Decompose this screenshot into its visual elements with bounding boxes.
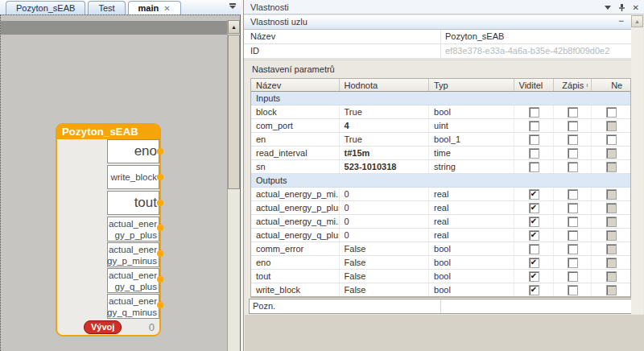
output-pin-actual_energy_p_plus[interactable]: actual_ener gy_p_plus [107, 217, 159, 242]
param-row-actual_energy_p_plus[interactable]: actual_energy_p_plus0real✔ [251, 201, 630, 215]
param-row-en[interactable]: enTruebool_1 [251, 133, 630, 147]
tab-overflow-icon[interactable] [229, 3, 237, 10]
zapis-checkbox[interactable] [568, 134, 578, 145]
pin-connector-dot[interactable] [157, 174, 163, 180]
zapis-checkbox[interactable] [568, 189, 578, 200]
column-header-ne[interactable]: Ne [592, 79, 630, 91]
pin-connector-dot[interactable] [157, 148, 163, 155]
ne-checkbox[interactable] [606, 189, 617, 200]
param-row-com_port[interactable]: com_port4uint [251, 119, 630, 133]
column-header-viditel[interactable]: Viditel [514, 79, 555, 91]
ne-checkbox[interactable] [606, 271, 617, 282]
ne-checkbox[interactable] [606, 148, 617, 159]
viditel-checkbox[interactable] [529, 121, 539, 131]
collapse-icon[interactable]: − [618, 15, 624, 27]
viditel-checkbox[interactable] [529, 244, 539, 254]
param-value-cell[interactable]: False [340, 256, 430, 269]
ne-checkbox[interactable] [606, 217, 617, 227]
pin-connector-dot[interactable] [157, 250, 163, 257]
viditel-checkbox[interactable]: ✔ [529, 189, 539, 200]
ne-checkbox[interactable] [606, 285, 617, 295]
column-header-hodnota[interactable]: Hodnota [340, 79, 429, 91]
schema-canvas[interactable]: ▲ Pozyton_sEAB enowrite_blocktoutactual_… [0, 14, 241, 351]
param-value-cell[interactable]: t#15m [340, 147, 430, 159]
param-value-cell[interactable]: 0 [340, 215, 430, 228]
output-pin-eno[interactable]: eno [107, 139, 159, 163]
pin-connector-dot[interactable] [157, 200, 163, 206]
tab-close-icon[interactable]: ✕ [163, 4, 170, 13]
zapis-checkbox[interactable] [568, 121, 578, 131]
param-row-eno[interactable]: enoFalsebool✔ [251, 256, 630, 270]
pin-connector-dot[interactable] [157, 225, 163, 231]
zapis-checkbox[interactable] [568, 217, 578, 227]
param-row-comm_error[interactable]: comm_errorFalsebool [251, 242, 630, 256]
param-row-read_interval[interactable]: read_intervalt#15mtime [251, 147, 630, 160]
zapis-checkbox[interactable] [568, 148, 578, 159]
viditel-checkbox[interactable] [529, 162, 539, 172]
ne-checkbox[interactable] [606, 162, 617, 172]
viditel-checkbox[interactable]: ✔ [529, 217, 539, 227]
panel-menu-icon[interactable] [605, 6, 611, 10]
param-row-actual_energy_q_mi[interactable]: actual_energy_q_mi...0real✔ [251, 215, 630, 229]
param-value-cell[interactable]: True [340, 133, 430, 146]
zapis-checkbox[interactable] [568, 271, 578, 282]
ne-checkbox[interactable] [606, 244, 617, 254]
node-properties-group-header[interactable]: Vlastnosti uzlu − [244, 15, 632, 30]
param-value-cell[interactable]: False [340, 270, 430, 283]
param-value-cell[interactable]: 0 [340, 229, 430, 242]
ne-checkbox[interactable] [606, 203, 617, 213]
param-value-cell[interactable]: 4 [340, 119, 430, 132]
ne-checkbox[interactable] [606, 134, 617, 145]
param-row-actual_energy_p_mi[interactable]: actual_energy_p_mi...0real✔ [251, 188, 630, 201]
zapis-checkbox[interactable] [568, 244, 578, 254]
param-row-tout[interactable]: toutFalsebool✔ [251, 270, 630, 283]
zapis-checkbox[interactable] [568, 162, 578, 172]
viditel-checkbox[interactable]: ✔ [529, 258, 539, 268]
output-pin-actual_energy_q_minus[interactable]: actual_ener gy_q_minus [107, 294, 159, 319]
viditel-checkbox[interactable] [529, 148, 539, 159]
note-field-row[interactable]: Pozn. [249, 299, 632, 314]
viditel-checkbox[interactable]: ✔ [529, 271, 539, 282]
viditel-checkbox[interactable]: ✔ [529, 285, 539, 295]
column-header-nazev[interactable]: Název [251, 79, 340, 91]
output-pin-actual_energy_q_plus[interactable]: actual_ener gy_q_plus [107, 268, 159, 293]
param-value-cell[interactable]: 0 [340, 201, 430, 214]
name-field-value[interactable]: Pozyton_sEAB [445, 31, 504, 41]
output-pin-actual_energy_p_minus[interactable]: actual_ener gy_p_minus [107, 242, 159, 267]
viditel-checkbox[interactable] [529, 134, 539, 145]
param-row-actual_energy_q_plus[interactable]: actual_energy_q_plus0real✔ [251, 229, 630, 242]
param-row-sn[interactable]: sn523-1010318string [251, 160, 630, 174]
output-pin-tout[interactable]: tout [107, 191, 159, 215]
viditel-checkbox[interactable]: ✔ [529, 230, 539, 241]
scroll-up-icon[interactable]: ▲ [228, 20, 240, 34]
column-header-zapis[interactable]: Zápisı [554, 79, 592, 91]
canvas-scrollbar-thumb[interactable] [228, 35, 240, 189]
zapis-checkbox[interactable] [568, 285, 578, 295]
zapis-checkbox[interactable] [568, 203, 578, 213]
param-value-cell[interactable]: False [340, 283, 430, 296]
pin-connector-dot[interactable] [157, 276, 163, 283]
param-value-cell[interactable]: 523-1010318 [340, 160, 430, 173]
panel-scroll-up-icon[interactable]: ▲ [631, 15, 643, 27]
viditel-checkbox[interactable] [529, 107, 539, 118]
param-row-write_block[interactable]: write_blockFalsebool✔ [251, 283, 630, 297]
zapis-checkbox[interactable] [568, 258, 578, 268]
ne-checkbox[interactable] [606, 230, 617, 241]
ne-checkbox[interactable] [606, 121, 617, 131]
canvas-vertical-scrollbar[interactable]: ▲ [227, 20, 240, 351]
tab-test[interactable]: Test [88, 1, 125, 14]
function-block-pozyton-seab[interactable]: Pozyton_sEAB enowrite_blocktoutactual_en… [56, 123, 161, 337]
tab-pozyton_seab[interactable]: Pozyton_sEAB [6, 1, 85, 14]
param-row-block[interactable]: blockTruebool [251, 105, 630, 119]
section-row-inputs[interactable]: Inputs [251, 92, 630, 105]
param-value-cell[interactable]: True [340, 105, 430, 118]
param-value-cell[interactable]: False [340, 242, 430, 255]
output-pin-write_block[interactable]: write_block [107, 165, 159, 189]
pin-icon[interactable] [617, 3, 626, 12]
tab-main[interactable]: main✕ [128, 1, 181, 14]
pin-connector-dot[interactable] [157, 302, 163, 308]
param-value-cell[interactable]: 0 [340, 188, 430, 200]
panel-vertical-scrollbar[interactable]: ▲ [631, 15, 643, 314]
column-header-typ[interactable]: Typ [429, 79, 514, 91]
zapis-checkbox[interactable] [568, 107, 578, 118]
